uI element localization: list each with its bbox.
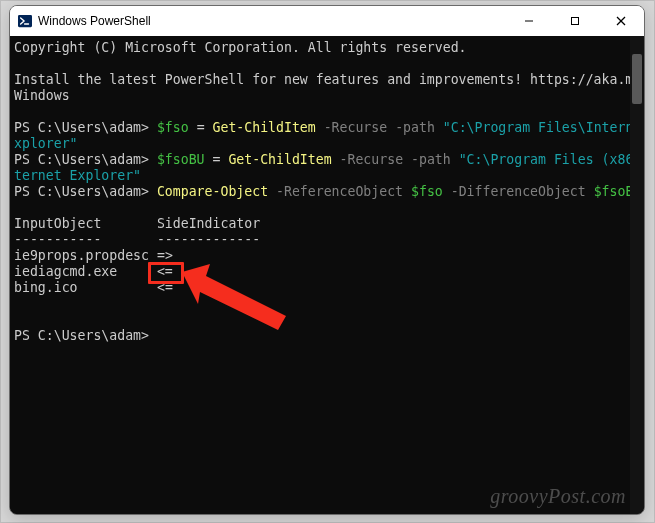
maximize-button[interactable]	[552, 6, 598, 36]
prompt-3: PS C:\Users\adam>	[14, 184, 157, 199]
cmd2-path-a: "C:\Program Files (x86)\In	[459, 152, 645, 167]
table-header-sideindicator: SideIndicator	[157, 216, 260, 231]
scroll-thumb[interactable]	[632, 54, 642, 104]
cmd1-cmdlet: Get-ChildItem	[213, 120, 316, 135]
prompt-1: PS C:\Users\adam>	[14, 120, 157, 135]
table-row: bing.ico	[14, 280, 78, 295]
install-line-1: Install the latest PowerShell for new fe…	[14, 72, 645, 87]
side-indicator: =>	[157, 248, 173, 263]
install-line-2: Windows	[14, 88, 70, 103]
cmd2-path-b: ternet Explorer"	[14, 168, 141, 183]
close-button[interactable]	[598, 6, 644, 36]
cmd1-path-b: xplorer"	[14, 136, 78, 151]
prompt-2: PS C:\Users\adam>	[14, 152, 157, 167]
cmd1-var: $fso	[157, 120, 189, 135]
svg-rect-0	[18, 15, 32, 27]
cmd2-var: $fsoBU	[157, 152, 205, 167]
side-indicator: <=	[157, 264, 173, 279]
table-header-inputobject: InputObject	[14, 216, 101, 231]
table-row: iediagcmd.exe	[14, 264, 117, 279]
prompt-4: PS C:\Users\adam>	[14, 328, 157, 343]
minimize-button[interactable]	[506, 6, 552, 36]
cmd2-cmdlet: Get-ChildItem	[228, 152, 331, 167]
terminal-scrollbar[interactable]	[630, 36, 644, 514]
terminal-output[interactable]: Copyright (C) Microsoft Corporation. All…	[10, 36, 630, 514]
svg-rect-3	[572, 18, 579, 25]
copyright-line: Copyright (C) Microsoft Corporation. All…	[14, 40, 467, 55]
powershell-window: Windows PowerShell Copyright (C) Microso…	[9, 5, 645, 515]
side-indicator: <=	[157, 280, 173, 295]
table-row: ie9props.propdesc	[14, 248, 149, 263]
cmd1-path-a: "C:\Program Files\Internet E	[443, 120, 645, 135]
powershell-icon	[18, 14, 32, 28]
cmd3-cmdlet: Compare-Object	[157, 184, 268, 199]
window-title: Windows PowerShell	[38, 14, 151, 28]
titlebar[interactable]: Windows PowerShell	[10, 6, 644, 36]
